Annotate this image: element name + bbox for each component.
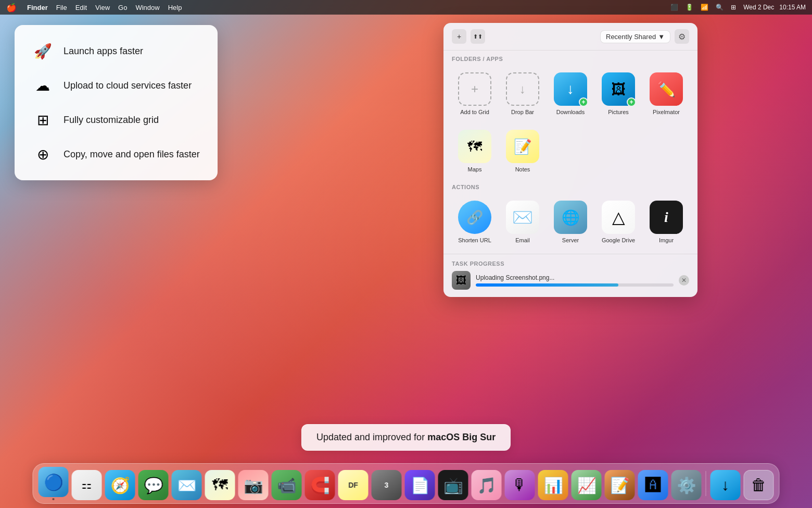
progress-cancel-button[interactable]: ✕ <box>679 275 689 286</box>
pixelmator-item[interactable]: ✏️ Pixelmator <box>643 68 689 119</box>
downloads-icon-wrap: + <box>554 72 587 106</box>
dock-item-keynote[interactable]: 📊 <box>538 470 568 500</box>
recently-shared-dropdown[interactable]: Recently Shared ▼ <box>600 30 670 43</box>
dock-item-appletv[interactable]: 📺 <box>438 470 468 500</box>
copy-move-icon: ⊕ <box>31 143 54 166</box>
dock-item-safari[interactable]: 🧭 <box>105 470 135 500</box>
launchpad-icon: ⚏ <box>72 470 102 500</box>
imgur-label: Imgur <box>659 237 674 243</box>
dock-item-pages[interactable]: 📝 <box>605 470 635 500</box>
trash-icon: 🗑 <box>744 470 774 500</box>
apple-menu[interactable]: 🍎 <box>6 3 17 13</box>
folders-apps-grid-row2: 🗺 Maps 📝 Notes <box>443 126 697 179</box>
dock-item-trash[interactable]: 🗑 <box>744 470 774 500</box>
appletv-icon: 📺 <box>438 470 468 500</box>
progress-info: Uploading Screenshot.png... <box>476 274 674 287</box>
email-icon: ✉️ <box>512 207 533 227</box>
pixelmator-icon: ✏️ <box>650 72 683 106</box>
menu-view[interactable]: View <box>95 4 110 11</box>
menu-go[interactable]: Go <box>118 4 127 11</box>
maps-icon: 🗺 <box>458 130 491 163</box>
imgur-icon: i <box>650 201 683 234</box>
menu-window[interactable]: Window <box>135 4 159 11</box>
update-banner: Updated and improved for macOS Big Sur <box>301 424 511 451</box>
pictures-item[interactable]: + Pictures <box>595 68 641 119</box>
drop-bar-item[interactable]: ↓ Drop Bar <box>500 68 545 119</box>
shorten-url-item[interactable]: 🔗 Shorten URL <box>452 196 498 247</box>
photos-icon: 📷 <box>238 470 269 500</box>
dock-item-numbers[interactable]: 📈 <box>572 470 602 500</box>
feature-item-1: 🚀 Launch apps faster <box>31 40 201 63</box>
dock-item-finder[interactable]: 🔵 <box>39 467 69 500</box>
battery-icon[interactable]: 🔋 <box>686 4 693 11</box>
add-to-grid-item[interactable]: + Add to Grid <box>452 68 498 119</box>
shorten-url-icon: 🔗 <box>458 201 491 234</box>
datetime: Wed 2 Dec 10:15 AM <box>743 4 806 11</box>
typora-icon: 📄 <box>405 470 435 500</box>
search-icon[interactable]: 🔍 <box>716 4 724 11</box>
facetime-icon: 📹 <box>272 470 302 500</box>
google-drive-item[interactable]: △ Google Drive <box>595 196 641 247</box>
dock-item-df[interactable]: DF <box>338 470 369 500</box>
dock-item-appstore[interactable]: 🅰 <box>638 470 668 500</box>
add-button[interactable]: + <box>452 29 466 44</box>
dock-item-messages[interactable]: 💬 <box>138 470 169 500</box>
menu-finder[interactable]: Finder <box>27 4 48 11</box>
add-to-grid-icon: + <box>458 72 491 106</box>
pages-icon: 📝 <box>605 470 635 500</box>
control-center-icon[interactable]: ⊞ <box>731 4 736 11</box>
dock-item-launchpad[interactable]: ⚏ <box>72 470 102 500</box>
pin-button[interactable]: ⬆⬆ <box>471 29 485 44</box>
feature-text-3: Fully customizable grid <box>64 115 159 126</box>
dock: 🔵 ⚏ 🧭 💬 ✉️ 🗺 📷 📹 🧲 DF 3 📄 📺 🎵 🎙 📊 <box>33 463 780 504</box>
recently-shared-label: Recently Shared <box>606 33 656 41</box>
yoink-icon: ↓ <box>710 470 741 500</box>
notes-item[interactable]: 📝 Notes <box>500 126 545 177</box>
shorten-url-label: Shorten URL <box>458 237 491 243</box>
task-progress-section: TASK PROGRESS 🖼 Uploading Screenshot.png… <box>443 254 697 297</box>
magnet-icon: 🧲 <box>305 470 335 500</box>
dock-item-magnet[interactable]: 🧲 <box>305 470 335 500</box>
gear-button[interactable]: ⚙ <box>675 29 689 44</box>
downloads-badge: + <box>579 97 588 107</box>
imgur-item[interactable]: i Imgur <box>643 196 689 247</box>
dock-item-photos[interactable]: 📷 <box>238 470 269 500</box>
notes-icon: 📝 <box>506 130 539 163</box>
pictures-badge: + <box>627 97 636 107</box>
cloud-upload-icon: ☁ <box>31 74 54 97</box>
wifi-icon[interactable]: 📶 <box>701 4 708 11</box>
drop-bar-icon: ↓ <box>506 72 539 106</box>
pictures-label: Pictures <box>608 109 629 115</box>
finder-icon: 🔵 <box>39 467 69 497</box>
dock-item-podcasts[interactable]: 🎙 <box>505 470 535 500</box>
dock-item-mac[interactable]: 3 <box>372 470 402 500</box>
dock-item-mail[interactable]: ✉️ <box>172 470 202 500</box>
feature-text-2: Upload to cloud services faster <box>64 80 192 91</box>
dock-item-typora[interactable]: 📄 <box>405 470 435 500</box>
folders-apps-grid: + Add to Grid ↓ Drop Bar + Downloads + P… <box>443 65 697 126</box>
dock-item-maps[interactable]: 🗺 <box>205 470 235 500</box>
sysprefs-icon: ⚙️ <box>671 470 702 500</box>
menu-file[interactable]: File <box>56 4 67 11</box>
dock-item-music[interactable]: 🎵 <box>472 470 502 500</box>
downloads-item[interactable]: + Downloads <box>548 68 593 119</box>
dock-item-yoink[interactable]: ↓ <box>710 470 741 500</box>
dock-item-facetime[interactable]: 📹 <box>272 470 302 500</box>
mac-icon: 3 <box>372 470 402 500</box>
safari-icon: 🧭 <box>105 470 135 500</box>
dock-item-sysprefs[interactable]: ⚙️ <box>671 470 702 500</box>
music-icon: 🎵 <box>472 470 502 500</box>
menu-help[interactable]: Help <box>168 4 182 11</box>
email-item[interactable]: ✉️ Email <box>500 196 545 247</box>
feature-text-1: Launch apps faster <box>64 46 143 57</box>
actions-label: ACTIONS <box>443 179 697 193</box>
server-item[interactable]: 🌐 Server <box>548 196 593 247</box>
mirror-icon[interactable]: ⬛ <box>670 4 678 11</box>
maps-item[interactable]: 🗺 Maps <box>452 126 498 177</box>
df-icon: DF <box>338 470 369 500</box>
server-label: Server <box>562 237 579 243</box>
menubar-left: 🍎 Finder File Edit View Go Window Help <box>6 3 182 13</box>
menu-edit[interactable]: Edit <box>75 4 87 11</box>
progress-row: 🖼 Uploading Screenshot.png... ✕ <box>452 271 689 290</box>
server-icon: 🌐 <box>554 201 587 234</box>
